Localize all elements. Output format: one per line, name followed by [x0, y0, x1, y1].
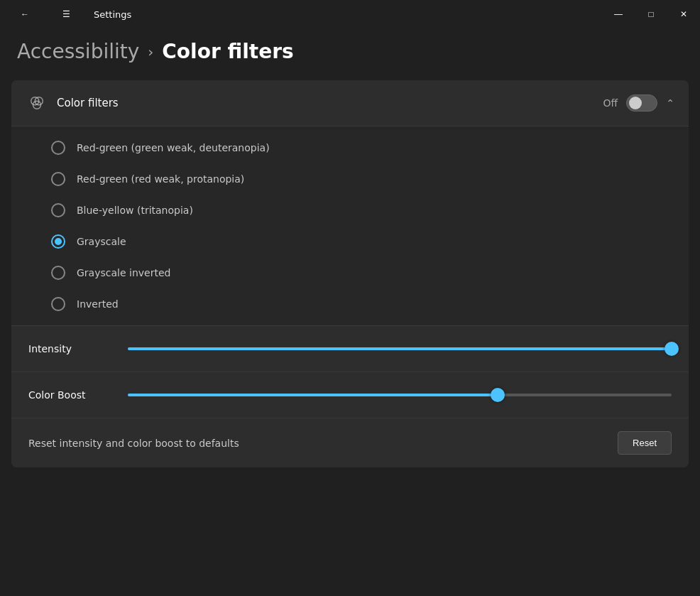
- color-boost-slider[interactable]: [128, 386, 672, 403]
- intensity-slider[interactable]: [128, 340, 672, 357]
- radio-circle-inverted: [51, 297, 65, 311]
- radio-circle-blue-yellow: [51, 203, 65, 217]
- breadcrumb: Accessibility › Color filters: [0, 28, 700, 80]
- reset-description: Reset intensity and color boost to defau…: [28, 438, 618, 449]
- reset-button[interactable]: Reset: [618, 431, 672, 455]
- color-boost-fill: [128, 394, 498, 396]
- radio-circle-grayscale: [51, 234, 65, 249]
- title-bar: ← ☰ Settings — □ ✕: [0, 0, 700, 28]
- color-filters-header[interactable]: Color filters Off ⌃: [11, 80, 689, 126]
- radio-option-grayscale[interactable]: Grayscale: [11, 226, 689, 257]
- breadcrumb-separator: ›: [148, 43, 153, 60]
- intensity-thumb[interactable]: [665, 342, 679, 356]
- radio-option-inverted[interactable]: Inverted: [11, 288, 689, 320]
- breadcrumb-parent[interactable]: Accessibility: [17, 40, 139, 63]
- radio-circle-grayscale-inverted: [51, 266, 65, 280]
- filter-options-area: Red-green (green weak, deuteranopia) Red…: [11, 126, 689, 325]
- radio-option-red-green-red-weak[interactable]: Red-green (red weak, protanopia): [11, 163, 689, 195]
- breadcrumb-current: Color filters: [162, 40, 293, 63]
- radio-label-grayscale-inverted: Grayscale inverted: [77, 267, 170, 278]
- intensity-track: [128, 347, 672, 350]
- back-button[interactable]: ←: [9, 0, 41, 28]
- hamburger-button[interactable]: ☰: [50, 0, 82, 28]
- radio-circle-red-green-red-weak: [51, 172, 65, 186]
- intensity-row: Intensity: [11, 326, 689, 372]
- radio-label-red-green-red-weak: Red-green (red weak, protanopia): [77, 173, 244, 185]
- color-boost-track: [128, 394, 672, 396]
- radio-label-grayscale: Grayscale: [77, 236, 126, 247]
- radio-option-grayscale-inverted[interactable]: Grayscale inverted: [11, 257, 689, 288]
- chevron-up-icon[interactable]: ⌃: [666, 97, 674, 109]
- title-bar-left: ← ☰ Settings: [9, 0, 131, 28]
- radio-circle-red-green-green-weak: [51, 141, 65, 155]
- radio-label-blue-yellow: Blue-yellow (tritanopia): [77, 205, 193, 216]
- sliders-section: Intensity Color Boost Reset intensity an…: [11, 325, 689, 467]
- maximize-button[interactable]: □: [635, 0, 667, 28]
- close-button[interactable]: ✕: [667, 0, 700, 28]
- intensity-label: Intensity: [28, 343, 128, 354]
- toggle-label: Off: [603, 97, 618, 109]
- radio-option-blue-yellow[interactable]: Blue-yellow (tritanopia): [11, 195, 689, 226]
- color-filters-toggle[interactable]: [626, 94, 657, 112]
- section-header-right: Off ⌃: [603, 94, 674, 112]
- main-panel: Color filters Off ⌃ Red-green (green wea…: [11, 80, 689, 467]
- color-boost-label: Color Boost: [28, 389, 128, 401]
- radio-label-inverted: Inverted: [77, 298, 119, 310]
- intensity-fill: [128, 347, 672, 350]
- toggle-knob: [629, 97, 642, 109]
- color-boost-row: Color Boost: [11, 372, 689, 418]
- radio-label-red-green-green-weak: Red-green (green weak, deuteranopia): [77, 142, 270, 153]
- window-controls: — □ ✕: [602, 0, 700, 28]
- reset-row: Reset intensity and color boost to defau…: [11, 418, 689, 467]
- minimize-button[interactable]: —: [602, 0, 635, 28]
- section-title: Color filters: [57, 97, 603, 109]
- radio-option-red-green-green-weak[interactable]: Red-green (green weak, deuteranopia): [11, 132, 689, 163]
- color-filters-icon: [26, 92, 48, 114]
- app-title: Settings: [94, 9, 131, 20]
- color-boost-thumb[interactable]: [491, 388, 505, 402]
